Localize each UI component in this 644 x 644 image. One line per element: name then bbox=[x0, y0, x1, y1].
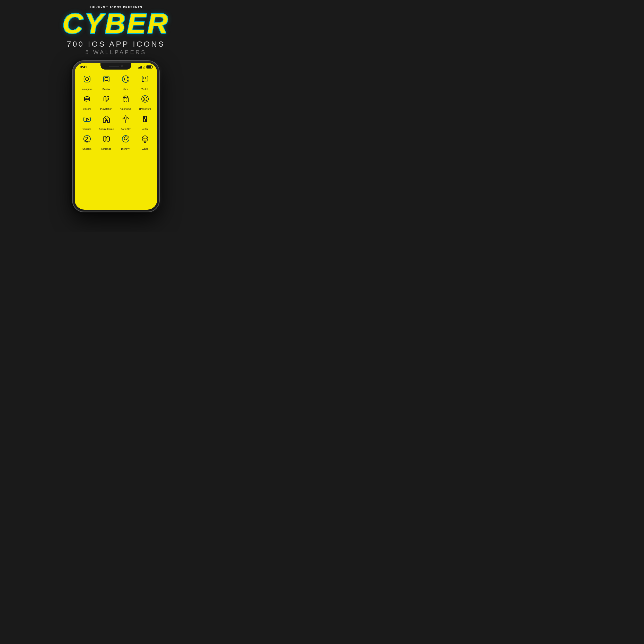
app-label-nintendo: Nintendo bbox=[101, 147, 111, 150]
svg-point-1 bbox=[86, 78, 89, 81]
status-time: 9:41 bbox=[80, 65, 87, 69]
svg-point-2 bbox=[89, 77, 89, 78]
app-label-google-home: Google Home bbox=[99, 128, 114, 130]
wifi-icon: △ bbox=[143, 65, 145, 69]
app-label-1password: 1Password bbox=[139, 107, 151, 110]
app-icon-playstation bbox=[99, 91, 114, 106]
app-label-waze: Waze bbox=[142, 147, 148, 150]
app-label-netflix: Netflix bbox=[141, 128, 148, 130]
signal-bars bbox=[138, 65, 142, 69]
app-label-playstation: Playstation bbox=[100, 107, 112, 110]
notch-speaker bbox=[109, 66, 119, 67]
svg-point-33 bbox=[146, 138, 147, 139]
discord-icon bbox=[82, 94, 92, 104]
signal-bar-2 bbox=[139, 67, 140, 69]
app-label-dark-sky: Dark Sky bbox=[121, 128, 131, 130]
app-label-disney: Disney+ bbox=[121, 147, 130, 150]
app-item-instagram[interactable]: Instagram bbox=[77, 72, 97, 90]
app-icon-xbox bbox=[118, 72, 133, 87]
svg-rect-6 bbox=[104, 76, 109, 82]
app-icon-1password: i bbox=[138, 91, 152, 106]
signal-bar-4 bbox=[141, 66, 142, 69]
app-item-shazam[interactable]: Shazam bbox=[77, 131, 97, 150]
app-icon-shazam bbox=[80, 131, 95, 146]
svg-rect-20 bbox=[84, 117, 90, 122]
app-label-instagram: Instagram bbox=[81, 88, 92, 90]
phone-mockup: 9:41 △ bbox=[72, 60, 160, 212]
app-item-dark-sky[interactable]: Dark Sky bbox=[116, 112, 135, 130]
app-item-youtube[interactable]: Youtube bbox=[77, 112, 97, 130]
app-label-twitch: Twitch bbox=[141, 88, 148, 90]
battery-icon bbox=[146, 65, 152, 69]
app-icon-dark-sky bbox=[118, 112, 133, 126]
app-item-twitch[interactable]: Twitch bbox=[135, 72, 155, 90]
svg-point-32 bbox=[143, 138, 145, 139]
disney-icon bbox=[121, 134, 131, 144]
app-icon-roblox bbox=[99, 72, 114, 87]
svg-rect-27 bbox=[107, 136, 109, 141]
app-item-1password[interactable]: i 1Password bbox=[135, 91, 155, 110]
signal-bar-3 bbox=[140, 66, 141, 69]
battery-fill bbox=[147, 66, 151, 68]
wallpapers-count: 5 WALLPAPERS bbox=[85, 49, 146, 56]
app-item-playstation[interactable]: Playstation bbox=[97, 91, 116, 110]
app-icon-google-home bbox=[99, 112, 114, 126]
app-grid: Instagram Roblox bbox=[75, 70, 157, 152]
app-item-among-us[interactable]: Among Us bbox=[116, 91, 135, 110]
signal-bar-1 bbox=[138, 67, 139, 69]
app-item-disney[interactable]: Disney+ bbox=[116, 131, 135, 150]
xbox-icon bbox=[121, 74, 131, 84]
svg-point-14 bbox=[87, 99, 89, 100]
notch bbox=[100, 63, 131, 70]
icons-count: 700 iOS APP ICONS bbox=[67, 40, 165, 48]
phone-body: 9:41 △ bbox=[72, 60, 160, 212]
app-icon-youtube bbox=[80, 112, 95, 126]
twitch-icon bbox=[140, 74, 150, 84]
app-icon-disney bbox=[118, 131, 133, 146]
app-item-netflix[interactable]: Netflix bbox=[135, 112, 155, 130]
app-item-xbox[interactable]: Xbox bbox=[116, 72, 135, 90]
main-title: CYBER bbox=[62, 9, 169, 38]
playstation-icon bbox=[101, 94, 112, 104]
app-item-roblox[interactable]: Roblox bbox=[97, 72, 116, 90]
app-label-xbox: Xbox bbox=[123, 88, 129, 90]
app-item-google-home[interactable]: Google Home bbox=[97, 112, 116, 130]
svg-text:i: i bbox=[144, 97, 145, 101]
svg-rect-22 bbox=[84, 117, 90, 122]
app-icon-twitch bbox=[138, 72, 152, 87]
instagram-icon bbox=[82, 74, 92, 84]
svg-point-23 bbox=[106, 118, 107, 120]
app-icon-nintendo bbox=[99, 131, 114, 146]
dark-sky-icon bbox=[121, 114, 131, 124]
app-icon-waze bbox=[138, 131, 152, 146]
app-label-discord: Discord bbox=[83, 107, 91, 110]
nintendo-icon bbox=[101, 134, 112, 144]
netflix-icon bbox=[140, 114, 150, 124]
app-label-youtube: Youtube bbox=[82, 128, 91, 130]
app-label-shazam: Shazam bbox=[82, 147, 91, 150]
svg-rect-15 bbox=[124, 98, 126, 99]
youtube-icon bbox=[82, 114, 92, 124]
app-icon-among-us bbox=[118, 91, 133, 106]
roblox-icon bbox=[101, 74, 112, 84]
svg-rect-4 bbox=[104, 76, 109, 82]
app-icon-instagram bbox=[80, 72, 95, 87]
app-icon-netflix bbox=[138, 112, 152, 126]
svg-point-13 bbox=[85, 99, 87, 100]
svg-point-17 bbox=[143, 97, 147, 101]
svg-marker-21 bbox=[86, 118, 89, 121]
waze-icon bbox=[140, 134, 150, 144]
app-label-roblox: Roblox bbox=[103, 88, 110, 90]
app-item-waze[interactable]: Waze bbox=[135, 131, 155, 150]
google-home-icon bbox=[101, 114, 112, 124]
status-icons: △ bbox=[138, 65, 152, 69]
svg-rect-5 bbox=[105, 78, 108, 81]
app-item-discord[interactable]: Discord bbox=[77, 91, 97, 110]
svg-rect-26 bbox=[103, 136, 106, 141]
app-icon-discord bbox=[80, 91, 95, 106]
among-us-icon bbox=[121, 94, 131, 104]
phone-screen: 9:41 △ bbox=[75, 63, 157, 210]
shazam-icon bbox=[82, 134, 92, 144]
svg-point-8 bbox=[122, 76, 129, 82]
app-item-nintendo[interactable]: Nintendo bbox=[97, 131, 116, 150]
